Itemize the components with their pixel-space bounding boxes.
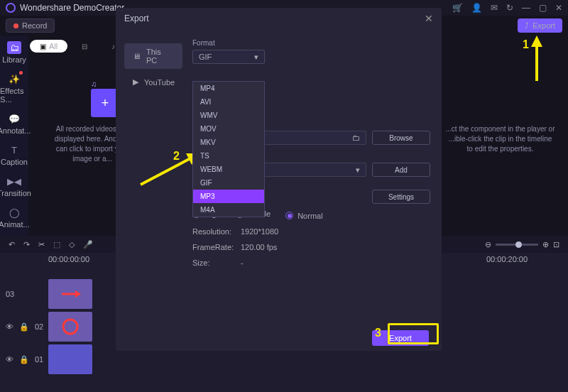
opt-wmv[interactable]: WMV xyxy=(193,109,264,122)
preset-normal[interactable]: Normal xyxy=(285,212,322,220)
dest-this-pc[interactable]: 🖥 This PC xyxy=(124,43,182,69)
opt-webm[interactable]: WEBM xyxy=(193,163,264,176)
format-label: Format xyxy=(192,39,430,47)
dest-youtube[interactable]: ▶ YouTube xyxy=(124,73,182,91)
opt-avi[interactable]: AVI xyxy=(193,95,264,109)
opt-mp3[interactable]: MP3 xyxy=(193,190,264,203)
opt-mov[interactable]: MOV xyxy=(193,122,264,136)
modal-title: Export xyxy=(124,13,425,23)
opt-mp4[interactable]: MP4 xyxy=(193,82,264,95)
export-modal: Export ✕ 🖥 This PC ▶ YouTube Format GIF … xyxy=(116,8,442,351)
folder-open-icon[interactable]: 🗀 xyxy=(352,134,360,142)
opt-m4a[interactable]: M4A xyxy=(193,203,264,217)
browse-button[interactable]: Browse xyxy=(372,131,430,145)
opt-gif[interactable]: GIF xyxy=(193,176,264,190)
pc-icon: 🖥 xyxy=(133,52,141,60)
opt-mkv[interactable]: MKV xyxy=(193,136,264,149)
add-button[interactable]: Add xyxy=(372,163,430,177)
youtube-icon: ▶ xyxy=(133,77,138,87)
opt-ts[interactable]: TS xyxy=(193,149,264,163)
format-dropdown: MP4 AVI WMV MOV MKV TS WEBM GIF MP3 M4A xyxy=(192,81,265,217)
chevron-down-icon: ▾ xyxy=(356,165,360,175)
settings-button[interactable]: Settings xyxy=(372,190,430,204)
format-select[interactable]: GIF ▾ xyxy=(192,50,265,64)
modal-close-icon[interactable]: ✕ xyxy=(425,13,433,24)
chevron-down-icon: ▾ xyxy=(254,53,258,62)
export-button[interactable]: Export xyxy=(372,330,429,346)
